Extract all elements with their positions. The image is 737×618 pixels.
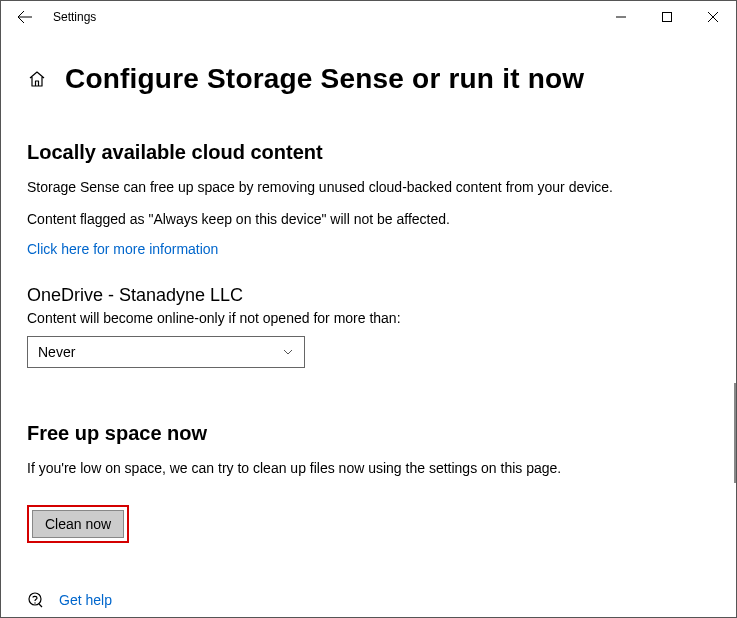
back-button[interactable]: [9, 1, 41, 33]
minimize-button[interactable]: [598, 1, 644, 33]
help-row: Get help: [27, 591, 710, 609]
close-button[interactable]: [690, 1, 736, 33]
freeup-text: If you're low on space, we can try to cl…: [27, 459, 710, 479]
clean-now-button[interactable]: Clean now: [32, 510, 124, 538]
close-icon: [708, 12, 718, 22]
cloud-text-1: Storage Sense can free up space by remov…: [27, 178, 710, 198]
highlight-box: Clean now: [27, 505, 129, 543]
content-area: Configure Storage Sense or run it now Lo…: [1, 33, 736, 617]
chevron-down-icon: [282, 346, 294, 358]
window-controls: [598, 1, 736, 33]
window-titlebar: Settings: [1, 1, 736, 33]
onedrive-heading: OneDrive - Stanadyne LLC: [27, 285, 710, 306]
maximize-button[interactable]: [644, 1, 690, 33]
help-icon: [27, 591, 45, 609]
onedrive-threshold-dropdown[interactable]: Never: [27, 336, 305, 368]
home-icon: [28, 70, 46, 88]
freeup-section-heading: Free up space now: [27, 422, 710, 445]
maximize-icon: [662, 12, 672, 22]
window-title: Settings: [53, 10, 96, 24]
dropdown-selected-value: Never: [38, 344, 75, 360]
more-info-link[interactable]: Click here for more information: [27, 241, 218, 257]
cloud-text-2: Content flagged as "Always keep on this …: [27, 210, 710, 230]
scrollbar[interactable]: [734, 383, 736, 483]
arrow-left-icon: [17, 9, 33, 25]
get-help-link[interactable]: Get help: [59, 592, 112, 608]
svg-point-2: [34, 602, 35, 603]
page-title: Configure Storage Sense or run it now: [65, 63, 584, 95]
onedrive-label: Content will become online-only if not o…: [27, 310, 710, 326]
minimize-icon: [616, 12, 626, 22]
page-header: Configure Storage Sense or run it now: [27, 63, 710, 95]
svg-rect-0: [663, 13, 672, 22]
cloud-section-heading: Locally available cloud content: [27, 141, 710, 164]
home-button[interactable]: [27, 69, 47, 89]
